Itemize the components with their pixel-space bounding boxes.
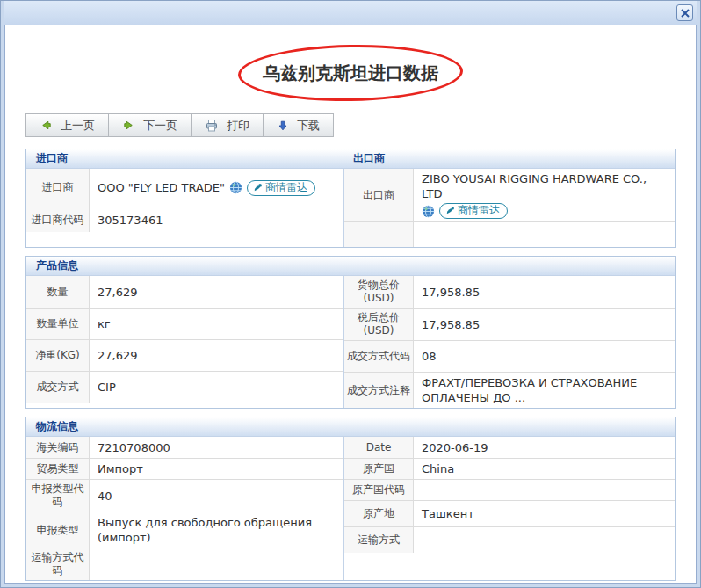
field-label: 进口商	[26, 169, 90, 207]
dialog-panel: 乌兹别克斯坦进口数据 上一页 下一页	[4, 25, 697, 584]
table-row: 贸易类型 Импорт	[26, 458, 343, 479]
field-value: ZIBO YOUSAI RIGGING HARDWARE CO., LTD	[414, 169, 675, 221]
toolbar: 上一页 下一页 打印	[25, 113, 676, 137]
field-label: 贸易类型	[26, 459, 90, 479]
printer-icon	[205, 119, 219, 133]
exporter-name: ZIBO YOUSAI RIGGING HARDWARE CO., LTD	[422, 171, 667, 201]
field-value: OOO "FLY LED TRADE"	[90, 169, 343, 207]
globe-icon[interactable]	[229, 181, 242, 194]
radar-icon	[445, 206, 455, 215]
field-value: Импорт	[90, 459, 343, 479]
table-row: 原产国 China	[344, 458, 675, 479]
table-row: 净重(KG) 27,629	[26, 339, 343, 371]
next-page-label: 下一页	[143, 118, 177, 134]
table-row: 成交方式代码 08	[344, 340, 675, 372]
field-label: 成交方式代码	[344, 341, 414, 372]
field-value	[414, 480, 675, 500]
field-label: 运输方式代码	[26, 548, 90, 580]
table-row: 出口商 ZIBO YOUSAI RIGGING HARDWARE CO., LT…	[344, 169, 675, 221]
field-label: 货物总价(USD)	[344, 276, 414, 308]
radar-badge-label: 商情雷达	[458, 203, 500, 218]
print-button[interactable]: 打印	[191, 113, 264, 137]
title-area: 乌兹别克斯坦进口数据	[25, 52, 676, 94]
field-value: ФРАХТ/ПЕРЕВОЗКА И СТРАХОВАНИЕ ОПЛАЧЕНЫ Д…	[414, 373, 675, 408]
table-row: 货物总价(USD) 17,958.85	[344, 276, 675, 308]
field-value	[90, 548, 343, 580]
next-page-button[interactable]: 下一页	[108, 113, 192, 137]
table-row: 运输方式	[344, 526, 675, 553]
download-icon	[277, 120, 289, 132]
field-value: 40	[90, 480, 343, 512]
radar-badge[interactable]: 商情雷达	[439, 203, 508, 219]
table-row: Date 2020-06-19	[344, 437, 675, 458]
field-label: 申报类型	[26, 512, 90, 548]
radar-badge-label: 商情雷达	[265, 180, 307, 195]
logistics-info-section: 物流信息 海关编码 7210708000 贸易类型 Импорт 申报类	[25, 417, 676, 581]
field-label: 运输方式	[344, 527, 414, 553]
window-titlebar	[4, 1, 697, 25]
field-value: 08	[414, 341, 675, 372]
field-label: Date	[344, 437, 414, 458]
field-value: 7210708000	[90, 437, 343, 458]
importer-name: OOO "FLY LED TRADE"	[98, 180, 225, 195]
close-button[interactable]	[676, 4, 693, 21]
table-row: 申报类型代码 40	[26, 479, 343, 512]
field-label: 出口商	[344, 169, 414, 221]
table-row: 申报类型 Выпуск для свободного обращения (им…	[26, 512, 343, 548]
product-info-section: 产品信息 数量 27,629 数量单位 кг 净重(KG)	[25, 256, 676, 409]
table-row: 成交方式注释 ФРАХТ/ПЕРЕВОЗКА И СТРАХОВАНИЕ ОПЛ…	[344, 372, 675, 408]
table-row: 进口商代码 305173461	[26, 207, 343, 232]
table-row: 原产地 Ташкент	[344, 500, 675, 526]
globe-icon[interactable]	[422, 205, 435, 218]
field-value: 27,629	[90, 276, 343, 308]
field-label	[344, 222, 414, 247]
field-label: 原产国	[344, 459, 414, 479]
radar-badge[interactable]: 商情雷达	[247, 180, 315, 196]
download-button[interactable]: 下载	[263, 113, 334, 137]
radar-icon	[253, 183, 263, 192]
arrow-left-icon	[40, 119, 53, 132]
field-label: 海关编码	[26, 437, 90, 458]
field-value: 17,958.85	[414, 276, 675, 308]
table-row: 成交方式 CIP	[26, 371, 343, 403]
field-label: 税后总价(USD)	[344, 309, 414, 340]
field-label: 成交方式注释	[344, 373, 414, 408]
page-title: 乌兹别克斯坦进口数据	[25, 52, 676, 94]
table-row: 海关编码 7210708000	[26, 437, 343, 458]
exporter-section-header: 出口商	[343, 149, 675, 168]
field-value: кг	[90, 309, 343, 339]
product-section-header: 产品信息	[26, 257, 675, 275]
importer-section-header: 进口商	[26, 149, 343, 168]
field-value: 27,629	[90, 340, 343, 371]
table-row: 税后总价(USD) 17,958.85	[344, 308, 675, 340]
field-value: China	[414, 459, 675, 479]
field-value: 305173461	[90, 207, 343, 232]
prev-page-button[interactable]: 上一页	[25, 113, 109, 137]
field-value: CIP	[90, 372, 343, 403]
field-label: 申报类型代码	[26, 480, 90, 512]
field-label: 原产地	[344, 501, 414, 526]
field-label: 原产国代码	[344, 480, 414, 500]
table-row: 运输方式代码	[26, 548, 343, 580]
field-value: 17,958.85	[414, 309, 675, 340]
close-icon	[681, 9, 690, 18]
table-row	[344, 221, 675, 247]
field-value: Выпуск для свободного обращения (импорт)	[90, 512, 343, 548]
field-label: 净重(KG)	[26, 340, 90, 371]
field-label: 数量	[26, 276, 90, 308]
logistics-section-header: 物流信息	[26, 417, 675, 436]
table-row: 进口商 OOO "FLY LED TRADE"	[26, 169, 343, 207]
import-data-window: 乌兹别克斯坦进口数据 上一页 下一页	[0, 0, 701, 588]
field-value: 2020-06-19	[414, 437, 675, 458]
table-row: 数量单位 кг	[26, 308, 343, 339]
field-label: 进口商代码	[26, 207, 90, 232]
field-value	[414, 527, 675, 553]
table-row: 原产国代码	[344, 479, 675, 500]
importer-exporter-section: 进口商 出口商 进口商 OOO "FLY LED TRADE"	[25, 149, 676, 248]
field-label: 成交方式	[26, 372, 90, 403]
arrow-right-icon	[122, 119, 135, 132]
field-value: Ташкент	[414, 501, 675, 526]
download-label: 下载	[297, 118, 320, 134]
field-value	[414, 222, 675, 247]
prev-page-label: 上一页	[61, 118, 95, 134]
